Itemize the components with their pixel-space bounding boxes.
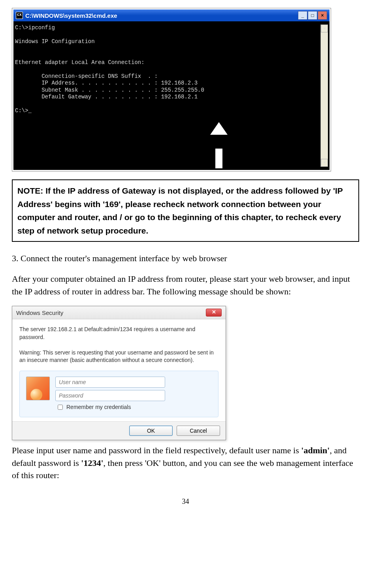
remember-checkbox[interactable] bbox=[58, 405, 63, 410]
note-text: NOTE: If the IP address of Gateway is no… bbox=[17, 186, 343, 235]
dialog-close-button[interactable]: ✕ bbox=[206, 309, 222, 317]
password-input[interactable] bbox=[55, 390, 165, 401]
closing-admin: 'admin' bbox=[301, 445, 330, 455]
cancel-button[interactable]: Cancel bbox=[177, 426, 220, 436]
step3-paragraph: After your computer obtained an IP addre… bbox=[12, 273, 359, 298]
maximize-button[interactable]: □ bbox=[308, 11, 317, 20]
page-number: 34 bbox=[12, 498, 359, 506]
cmd-title: C:\WINDOWS\system32\cmd.exe bbox=[25, 12, 117, 19]
window-buttons: _ □ × bbox=[298, 11, 327, 20]
step3-heading: 3. Connect the router's management inter… bbox=[12, 252, 359, 265]
cmd-titlebar: cx C:\WINDOWS\system32\cmd.exe _ □ × bbox=[13, 9, 330, 21]
cmd-window: cx C:\WINDOWS\system32\cmd.exe _ □ × C:\… bbox=[12, 8, 331, 172]
security-message-1: The server 192.168.2.1 at Default:admin/… bbox=[19, 326, 218, 341]
scroll-down-icon[interactable]: ▾ bbox=[321, 159, 328, 167]
scroll-up-icon[interactable]: ▴ bbox=[321, 24, 328, 32]
remember-label-text: Remember my credentials bbox=[66, 403, 131, 411]
cmd-body: C:\>ipconfig Windows IP Configuration Et… bbox=[13, 21, 330, 170]
dialog-buttons: OK Cancel bbox=[12, 421, 226, 440]
closing-pw: '1234' bbox=[81, 458, 103, 468]
cmd-output: C:\>ipconfig Windows IP Configuration Et… bbox=[15, 24, 320, 167]
cmd-scrollbar[interactable]: ▴ ▾ bbox=[320, 24, 328, 167]
security-titlebar: Windows Security ✕ bbox=[12, 306, 226, 319]
closing-paragraph: Please input user name and password in t… bbox=[12, 444, 359, 482]
cmd-icon: cx bbox=[16, 12, 23, 19]
username-input[interactable] bbox=[55, 377, 165, 388]
avatar-icon bbox=[26, 377, 50, 400]
arrow-up-icon bbox=[209, 108, 229, 182]
credentials-box: Remember my credentials bbox=[19, 371, 218, 417]
closing-part1: Please input user name and password in t… bbox=[12, 445, 301, 455]
security-title: Windows Security bbox=[16, 309, 63, 316]
note-box: NOTE: If the IP address of Gateway is no… bbox=[12, 179, 359, 242]
security-dialog: Windows Security ✕ The server 192.168.2.… bbox=[12, 306, 226, 440]
security-content: The server 192.168.2.1 at Default:admin/… bbox=[12, 319, 226, 421]
minimize-button[interactable]: _ bbox=[298, 11, 307, 20]
remember-checkbox-label[interactable]: Remember my credentials bbox=[55, 403, 212, 411]
security-message-2: Warning: This server is requesting that … bbox=[19, 349, 218, 364]
close-button[interactable]: × bbox=[318, 11, 327, 20]
ok-button[interactable]: OK bbox=[129, 426, 173, 436]
